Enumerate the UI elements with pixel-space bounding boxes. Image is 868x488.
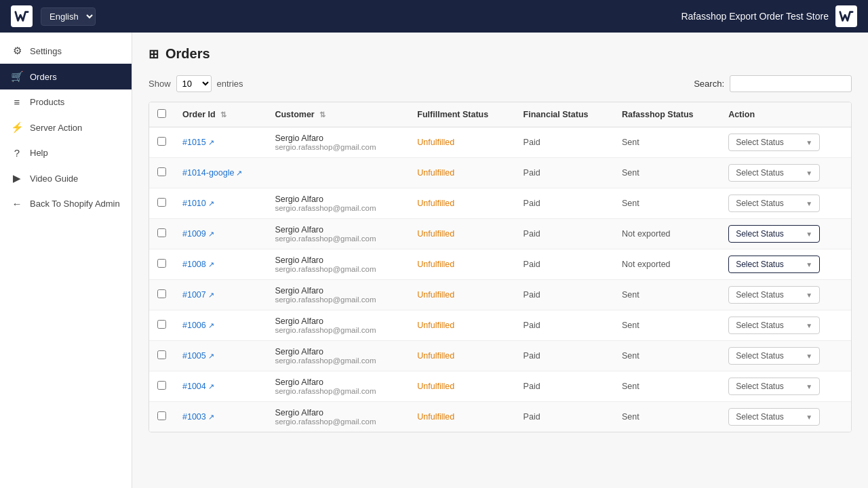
rafasshop-status-cell: Sent [614,310,720,341]
fulfillment-status-cell: Unfulfilled [409,371,515,402]
action-cell: Select Status▼ [720,310,851,341]
rafasshop-status-badge: Not exported [622,229,671,239]
fulfillment-status-cell: Unfulfilled [409,310,515,341]
video-guide-icon: ▶ [11,172,23,184]
sidebar-item-server-action[interactable]: ⚡ Server Action [0,115,132,140]
table-row: #1008↗Sergio Alfarosergio.rafasshop@gmai… [149,249,851,280]
dropdown-caret-icon: ▼ [806,139,812,146]
action-cell: Select Status▼ [720,280,851,310]
row-checkbox[interactable] [157,411,166,420]
row-checkbox[interactable] [157,228,166,237]
row-checkbox[interactable] [157,259,166,268]
order-id-link[interactable]: #1014-google↗ [182,168,242,178]
select-status-button[interactable]: Select Status▼ [728,408,820,426]
select-status-label: Select Status [736,351,784,361]
rafasshop-status-badge: Sent [622,321,639,330]
fulfillment-status-badge: Unfulfilled [417,351,454,361]
order-id-link[interactable]: #1009↗ [182,229,214,239]
order-id-link[interactable]: #1004↗ [182,382,214,391]
row-checkbox[interactable] [157,381,166,390]
fulfillment-status-cell: Unfulfilled [409,280,515,310]
dropdown-caret-icon: ▼ [806,352,812,360]
select-status-button[interactable]: Select Status▼ [728,225,820,243]
order-id-cell: #1007↗ [174,280,267,310]
dropdown-caret-icon: ▼ [806,261,812,268]
select-status-button[interactable]: Select Status▼ [728,286,820,304]
fulfillment-status-badge: Unfulfilled [417,199,454,208]
sidebar-item-products[interactable]: ≡ Products [0,89,132,115]
row-checkbox[interactable] [157,320,166,329]
language-select[interactable]: English [41,7,96,26]
order-id-link[interactable]: #1006↗ [182,321,214,330]
select-status-button[interactable]: Select Status▼ [728,164,820,182]
action-cell: Select Status▼ [720,402,851,432]
select-status-label: Select Status [736,229,784,239]
external-link-icon: ↗ [208,291,214,299]
table-row: #1003↗Sergio Alfarosergio.rafasshop@gmai… [149,402,851,432]
search-input[interactable] [730,75,852,92]
row-checkbox[interactable] [157,289,166,298]
sidebar-item-label: Back To Shopify Admin [30,199,120,209]
entries-label: entries [217,79,243,89]
order-id-link[interactable]: #1005↗ [182,351,214,361]
order-id-cell: #1009↗ [174,219,267,249]
customer-email: sergio.rafasshop@gmail.com [275,296,401,304]
sidebar-item-orders[interactable]: 🛒 Orders [0,64,132,89]
external-link-icon: ↗ [236,169,242,177]
customer-name: Sergio Alfaro [275,195,401,204]
select-status-button[interactable]: Select Status▼ [728,317,820,334]
orders-page-icon: ⊞ [149,47,159,62]
row-checkbox[interactable] [157,137,166,146]
fulfillment-status-badge: Unfulfilled [417,138,454,147]
customer-cell: Sergio Alfarosergio.rafasshop@gmail.com [267,219,409,249]
order-id-link[interactable]: #1003↗ [182,412,214,422]
order-id-cell: #1010↗ [174,188,267,219]
external-link-icon: ↗ [208,352,214,360]
topnav: English Rafasshop Export Order Test Stor… [0,0,868,33]
select-status-label: Select Status [736,290,784,300]
order-id-cell: #1014-google↗ [174,158,267,188]
row-checkbox[interactable] [157,350,166,359]
th-order-id[interactable]: Order Id ⇅ [174,102,267,127]
table-controls-right: Search: [694,75,852,92]
select-status-button[interactable]: Select Status▼ [728,378,820,395]
rafasshop-status-badge: Sent [622,138,639,147]
customer-name: Sergio Alfaro [275,378,401,387]
customer-name: Sergio Alfaro [275,317,401,326]
th-customer[interactable]: Customer ⇅ [267,102,409,127]
row-checkbox[interactable] [157,198,166,207]
sidebar-item-settings[interactable]: ⚙ Settings [0,38,132,64]
financial-status-cell: Paid [515,310,614,341]
entries-select[interactable]: 10 25 50 100 [176,75,212,92]
customer-cell: Sergio Alfarosergio.rafasshop@gmail.com [267,341,409,371]
customer-name: Sergio Alfaro [275,225,401,235]
rafasshop-status-cell: Not exported [614,249,720,280]
financial-status-cell: Paid [515,249,614,280]
order-id-link[interactable]: #1007↗ [182,290,214,300]
customer-name: Sergio Alfaro [275,134,401,143]
rafasshop-status-badge: Sent [622,412,639,422]
fulfillment-status-cell: Unfulfilled [409,219,515,249]
select-status-button[interactable]: Select Status▼ [728,134,820,151]
external-link-icon: ↗ [208,138,214,146]
select-status-label: Select Status [736,412,784,422]
select-status-button[interactable]: Select Status▼ [728,347,820,365]
sidebar-item-help[interactable]: ? Help [0,140,132,165]
order-id-link[interactable]: #1015↗ [182,138,214,147]
select-status-button[interactable]: Select Status▼ [728,195,820,212]
select-status-button[interactable]: Select Status▼ [728,256,820,273]
table-controls: Show 10 25 50 100 entries Search: [149,75,852,92]
customer-cell: Sergio Alfarosergio.rafasshop@gmail.com [267,127,409,158]
order-id-link[interactable]: #1008↗ [182,260,214,269]
order-id-link[interactable]: #1010↗ [182,199,214,208]
row-checkbox[interactable] [157,167,166,176]
customer-email: sergio.rafasshop@gmail.com [275,357,401,365]
page-title: Orders [165,46,210,62]
customer-cell: Sergio Alfarosergio.rafasshop@gmail.com [267,371,409,402]
select-all-checkbox[interactable] [157,109,166,118]
financial-status-cell: Paid [515,219,614,249]
sidebar-item-back-to-shopify[interactable]: ← Back To Shopify Admin [0,191,132,216]
financial-status-cell: Paid [515,280,614,310]
sidebar-item-video-guide[interactable]: ▶ Video Guide [0,165,132,191]
table-row: #1014-google↗UnfulfilledPaidSentSelect S… [149,158,851,188]
